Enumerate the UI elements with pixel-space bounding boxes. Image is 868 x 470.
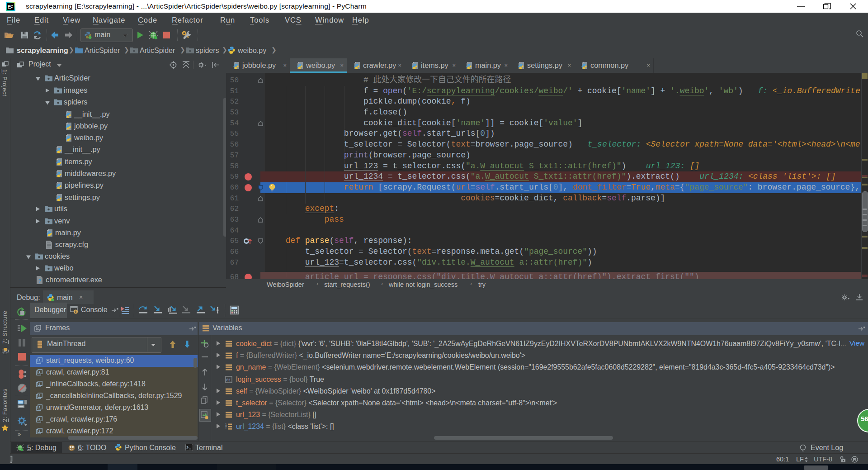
svg-text:PC: PC xyxy=(8,4,13,9)
svg-text:?: ? xyxy=(38,279,41,284)
svg-text:01: 01 xyxy=(226,378,231,382)
svg-text:2: 2 xyxy=(225,426,227,429)
